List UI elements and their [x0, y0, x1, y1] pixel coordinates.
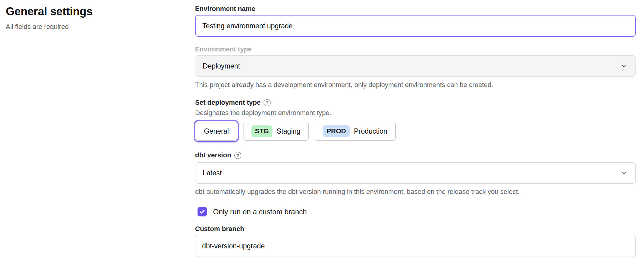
environment-type-select: Deployment: [195, 55, 636, 77]
checkmark-icon: [199, 209, 205, 215]
dbt-version-helper: dbt automatically upgrades the dbt versi…: [195, 188, 636, 196]
help-icon[interactable]: [234, 152, 241, 159]
custom-branch-checkbox-label[interactable]: Only run on a custom branch: [213, 208, 307, 216]
staging-option-label: Staging: [277, 127, 300, 135]
deployment-type-label-row: Set deployment type: [195, 98, 636, 107]
deployment-type-label: Set deployment type: [195, 98, 261, 107]
custom-branch-input[interactable]: [195, 235, 636, 257]
environment-settings-form: Environment name Environment type Deploy…: [195, 0, 636, 257]
dbt-version-select[interactable]: Latest: [195, 162, 636, 184]
custom-branch-checkbox[interactable]: [198, 207, 207, 216]
deployment-type-option-general[interactable]: General: [196, 122, 237, 141]
help-icon[interactable]: [264, 99, 271, 106]
page-subtitle: All fields are required: [6, 23, 176, 31]
deployment-type-description: Designates the deployment environment ty…: [195, 109, 636, 117]
dbt-version-value: Latest: [203, 169, 222, 177]
stg-badge: STG: [251, 125, 272, 137]
custom-branch-label: Custom branch: [195, 224, 636, 233]
chevron-down-icon: [620, 62, 628, 70]
deployment-type-options: General STG Staging PROD Production: [195, 122, 636, 141]
settings-header: General settings All fields are required: [6, 5, 176, 31]
production-option-label: Production: [354, 127, 387, 135]
prod-badge: PROD: [323, 125, 350, 137]
environment-name-input[interactable]: [195, 15, 636, 37]
dbt-version-label-row: dbt version: [195, 151, 636, 160]
environment-type-value: Deployment: [203, 62, 240, 70]
deployment-type-option-production[interactable]: PROD Production: [315, 122, 396, 141]
chevron-down-icon: [620, 169, 628, 177]
environment-name-label: Environment name: [195, 4, 636, 13]
environment-type-label: Environment type: [195, 45, 636, 54]
environment-type-helper: This project already has a development e…: [195, 81, 636, 89]
deployment-type-option-staging[interactable]: STG Staging: [243, 122, 309, 141]
dbt-version-label: dbt version: [195, 151, 231, 160]
custom-branch-checkbox-row: Only run on a custom branch: [195, 207, 636, 216]
general-option-label: General: [204, 127, 229, 135]
page-title: General settings: [6, 5, 176, 18]
